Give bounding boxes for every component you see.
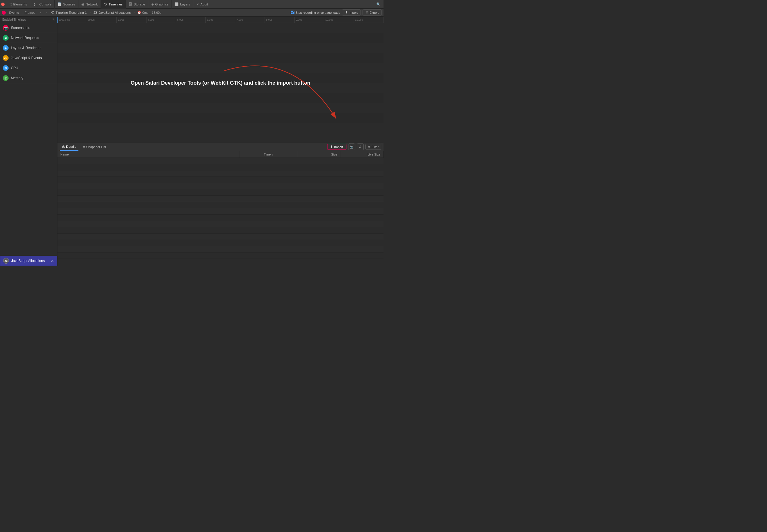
import-toolbar-button[interactable]: ⬇ Import [342, 9, 361, 15]
camera-icon: 📷 [350, 145, 354, 149]
timeline-row [57, 83, 384, 93]
graphics-icon: ◈ [151, 2, 154, 6]
tab-layers-label: Layers [180, 3, 190, 6]
time-marker-4: 5.00s [176, 17, 206, 23]
timeline-row [57, 63, 384, 73]
compare-icon-button[interactable]: ⇄ [357, 143, 364, 150]
th-live-size[interactable]: Live Size [340, 151, 384, 158]
sidebar-item-layout-rendering[interactable]: ◈ Layout & Rendering [0, 43, 57, 53]
table-header: Name Time ↑ Size Live Size [57, 151, 384, 158]
sidebar: Enabled Timelines ✎ 📷 Screenshots ◉ Netw… [0, 17, 57, 266]
tab-layers[interactable]: ⬜ Layers [171, 0, 193, 9]
events-button[interactable]: Events [7, 10, 21, 15]
search-button[interactable]: 🔍 [374, 0, 382, 8]
stop-checkbox-label[interactable]: Stop recording once page loads [291, 11, 340, 14]
tab-network[interactable]: ◉ Network [78, 0, 101, 9]
import-bottom-label: Import [334, 145, 343, 149]
tab-sources[interactable]: 📄 Sources [55, 0, 78, 9]
stop-checkbox-input[interactable] [291, 11, 295, 14]
table-row [57, 227, 384, 234]
frames-button[interactable]: Frames [22, 10, 38, 15]
sidebar-memory-label: Memory [11, 76, 23, 80]
time-ruler: 1000.0ms 2.00s 3.00s 4.00s 5.00s 6.00s 7… [57, 17, 384, 23]
sidebar-item-close[interactable]: ✕ [51, 259, 54, 263]
tab-elements[interactable]: ⬚ Elements [6, 0, 30, 9]
timeline-row [57, 23, 384, 33]
table-row [57, 240, 384, 246]
js-events-icon: JS [3, 55, 9, 61]
tab-audit[interactable]: ✓ Audit [193, 0, 211, 9]
tab-graphics[interactable]: ◈ Graphics [148, 0, 171, 9]
filter-icon: ⊘ [368, 145, 371, 149]
table-row [57, 196, 384, 202]
main-layout: Enabled Timelines ✎ 📷 Screenshots ◉ Netw… [0, 17, 384, 266]
js-alloc-icon: JS [3, 258, 9, 264]
export-icon: ⬆ [366, 11, 368, 14]
memory-icon: ◎ [3, 75, 9, 81]
import-bottom-button[interactable]: ⬇ Import [327, 144, 346, 150]
sidebar-cpu-label: CPU [11, 66, 18, 70]
breadcrumb-sep-1: › [90, 11, 90, 14]
tab-timelines[interactable]: ⏱ Timelines [101, 0, 126, 9]
tab-sources-label: Sources [63, 3, 75, 6]
cpu-icon: ⚙ [3, 65, 9, 71]
stop-checkbox-text: Stop recording once page loads [296, 11, 340, 14]
sidebar-layout-label: Layout & Rendering [11, 46, 41, 50]
sources-icon: 📄 [57, 2, 62, 6]
time-marker-0: 1000.0ms [57, 17, 87, 23]
tab-elements-label: Elements [13, 3, 27, 6]
table-row [57, 215, 384, 221]
tab-network-label: Network [86, 3, 98, 6]
details-icon: ◎ [62, 145, 65, 149]
recording-breadcrumb[interactable]: ⏱ Timeline Recording 1 [49, 11, 88, 15]
th-name[interactable]: Name [57, 151, 240, 158]
th-size[interactable]: Size [297, 151, 340, 158]
alloc-breadcrumb[interactable]: JS JavaScript Allocations [92, 11, 132, 15]
time-marker-10: 11.00s [354, 17, 384, 23]
tab-storage[interactable]: 🗄 Storage [126, 0, 148, 9]
table-row [57, 208, 384, 215]
bottom-toolbar-right: ⬇ Import 📷 ⇄ ⊘ Filter [327, 143, 381, 150]
th-time-label: Time [264, 153, 271, 156]
tab-console[interactable]: ❯_ Console [30, 0, 55, 9]
console-icon: ❯_ [33, 2, 38, 6]
recording-name: Timeline Recording 1 [56, 11, 87, 14]
timeline-row [57, 73, 384, 83]
time-marker-2: 3.00s [117, 17, 146, 23]
timeline-row [57, 33, 384, 43]
close-button[interactable] [1, 3, 5, 6]
secondary-toolbar: Events Frames ‹ › ⏱ Timeline Recording 1… [0, 9, 384, 17]
edit-icon[interactable]: ✎ [52, 18, 55, 22]
table-row [57, 177, 384, 183]
th-live-size-label: Live Size [367, 153, 380, 156]
th-time[interactable]: Time ↑ [240, 151, 297, 158]
toolbar-right: Stop recording once page loads ⬇ Import … [291, 9, 382, 15]
sidebar-item-js-events[interactable]: JS JavaScript & Events [0, 53, 57, 63]
timeline-area: 1000.0ms 2.00s 3.00s 4.00s 5.00s 6.00s 7… [57, 17, 384, 266]
forward-button[interactable]: › [44, 10, 48, 15]
time-range-icon: ⏰ [137, 11, 141, 14]
compare-icon: ⇄ [359, 145, 361, 149]
export-toolbar-label: Export [369, 11, 379, 14]
sidebar-item-network-requests[interactable]: ◉ Network Requests [0, 33, 57, 43]
back-button[interactable]: ‹ [39, 10, 43, 15]
tab-details[interactable]: ◎ Details [60, 143, 78, 151]
snapshot-list-label: Snapshot List [86, 145, 106, 149]
time-marker-1: 2.00s [87, 17, 117, 23]
camera-icon-button[interactable]: 📷 [348, 143, 355, 150]
filter-button[interactable]: ⊘ Filter [365, 144, 381, 150]
export-toolbar-button[interactable]: ⬆ Export [363, 9, 382, 15]
table-row [57, 164, 384, 170]
tab-snapshot-list[interactable]: ≡ Snapshot List [81, 143, 108, 151]
sidebar-item-screenshots[interactable]: 📷 Screenshots [0, 23, 57, 33]
record-button[interactable] [2, 11, 6, 15]
sidebar-item-cpu[interactable]: ⚙ CPU [0, 63, 57, 73]
timeline-row [57, 43, 384, 53]
sidebar-item-js-alloc[interactable]: JS JavaScript Allocations ✕ [0, 256, 57, 266]
import-icon: ⬇ [345, 11, 348, 14]
audit-icon: ✓ [196, 2, 199, 6]
elements-icon: ⬚ [9, 2, 12, 6]
network-icon: ◉ [81, 2, 84, 6]
sidebar-item-memory[interactable]: ◎ Memory [0, 73, 57, 83]
timeline-row [57, 113, 384, 123]
